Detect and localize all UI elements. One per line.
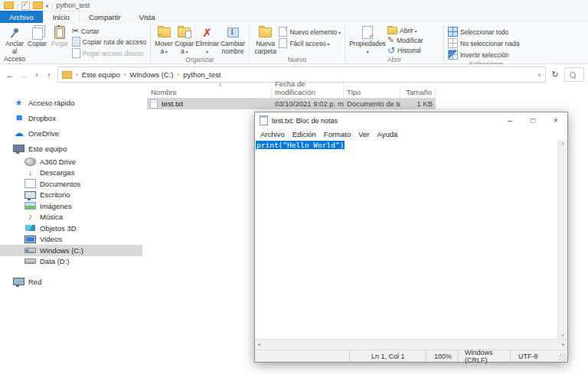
notepad-text-area[interactable]: print("Hello World") ▲ ▼ — [255, 140, 567, 339]
tab-compartir[interactable]: Compartir — [80, 11, 130, 23]
search-input[interactable] — [564, 67, 584, 82]
drive-icon — [24, 259, 36, 264]
forward-button[interactable]: → — [18, 70, 31, 80]
paste-button[interactable]: Pegar — [49, 25, 70, 47]
copy-to-icon — [178, 28, 191, 37]
scroll-down-icon[interactable]: ▼ — [561, 333, 565, 337]
menu-archivo[interactable]: Archivo — [256, 130, 289, 138]
breadcrumb-separator: › — [76, 71, 78, 78]
table-row[interactable]: test.txt 03/10/2021 9:02 p. m. Documento… — [147, 98, 436, 109]
sidebar-item-acceso-rapido[interactable]: ★ Acceso rápido — [0, 95, 142, 110]
recent-locations-icon[interactable]: ∨ — [33, 72, 41, 78]
delete-button[interactable]: ✗ Eliminar — [195, 25, 219, 55]
notepad-titlebar[interactable]: test.txt: Bloc de notas – □ × — [255, 112, 567, 128]
copy-path-button[interactable]: Copiar ruta de acceso — [72, 37, 146, 47]
label: Acceso rápido — [28, 99, 74, 107]
label: Cambiar — [220, 40, 245, 47]
breadcrumb-python-test[interactable]: python_test — [183, 70, 220, 79]
address-dropdown-icon[interactable]: ∨ — [537, 72, 541, 78]
history-button[interactable]: ↺ Historial — [387, 46, 423, 55]
sidebar-item-red[interactable]: Red — [0, 274, 142, 289]
sidebar-item-data-d[interactable]: Data (D:) — [0, 256, 142, 268]
column-header-tipo[interactable]: Tipo — [344, 88, 400, 98]
desktop-icon — [24, 191, 36, 199]
copy-to-button[interactable]: Copiar a — [175, 25, 194, 55]
properties-quick-access-icon[interactable] — [21, 2, 30, 10]
menu-ayuda[interactable]: Ayuda — [374, 130, 402, 138]
menu-edicion[interactable]: Edición — [289, 130, 320, 138]
sidebar-item-escritorio[interactable]: Escritorio — [0, 190, 142, 201]
sidebar-item-imagenes[interactable]: Imágenes — [0, 200, 142, 212]
move-to-icon: ← — [158, 28, 171, 37]
breadcrumb-este-equipo[interactable]: Este equipo — [82, 70, 120, 79]
select-all-button[interactable]: Seleccionar todo — [448, 27, 520, 37]
tab-archivo[interactable]: Archivo — [0, 11, 43, 23]
new-folder-quick-access-icon[interactable] — [33, 2, 43, 9]
label: Red — [28, 278, 41, 286]
label: Imágenes — [40, 202, 72, 210]
close-button[interactable]: × — [544, 112, 567, 128]
new-item-button[interactable]: ＋ Nuevo elemento — [279, 27, 341, 37]
properties-button[interactable]: ✓ Propiedades — [349, 25, 386, 55]
label: A360 Drive — [40, 158, 76, 166]
dropbox-icon: ◆◆◆◆ — [14, 115, 24, 120]
up-button[interactable]: ↑ — [43, 70, 55, 80]
sort-ascending-icon — [218, 82, 222, 88]
sidebar-item-dropbox[interactable]: ◆◆◆◆ Dropbox — [0, 110, 142, 125]
label: Copiar — [175, 40, 194, 47]
label: No seleccionar nada — [460, 40, 520, 47]
sidebar-item-descargas[interactable]: ↓ Descargas — [0, 167, 142, 179]
vertical-scrollbar[interactable]: ▲ ▼ — [557, 140, 567, 339]
column-header-nombre[interactable]: Nombre — [148, 88, 272, 98]
open-button[interactable]: Abrir — [387, 27, 423, 34]
copy-button[interactable]: Copiar — [27, 25, 47, 47]
sidebar-item-a360-drive[interactable]: A360 Drive — [0, 156, 142, 167]
rename-button[interactable]: Cambiar nombre — [220, 25, 245, 55]
minimize-button[interactable]: – — [498, 112, 521, 128]
pictures-icon — [24, 202, 36, 210]
cut-button[interactable]: ✂ Cortar — [72, 27, 146, 35]
label: Dropbox — [28, 114, 56, 122]
scroll-up-icon[interactable]: ▲ — [561, 141, 565, 145]
move-to-button[interactable]: ← Mover a — [155, 25, 173, 55]
search-icon — [570, 72, 576, 78]
cloud-icon: ☁ — [14, 128, 24, 138]
label: Eliminar — [195, 40, 219, 47]
new-folder-button[interactable]: Nueva carpeta — [253, 25, 277, 55]
sidebar-item-onedrive[interactable]: ☁ OneDrive — [0, 125, 142, 141]
easy-access-button[interactable]: Fácil acceso — [279, 38, 341, 48]
back-button[interactable]: ← — [4, 70, 16, 80]
tab-vista[interactable]: Vista — [130, 11, 165, 23]
sidebar-item-documentos[interactable]: Documentos — [0, 178, 142, 190]
sidebar-item-objetos-3d[interactable]: Objetos 3D — [0, 223, 142, 234]
resize-grip[interactable] — [559, 354, 567, 362]
drive-windows-icon — [24, 248, 36, 253]
column-header-tamano[interactable]: Tamaño — [400, 88, 436, 98]
invert-selection-button[interactable]: Invertir selección — [448, 50, 520, 60]
menu-formato[interactable]: Formato — [320, 130, 354, 138]
sidebar-item-este-equipo[interactable]: Este equipo — [0, 141, 142, 156]
horizontal-scrollbar[interactable]: ◀ ▶ — [255, 339, 567, 350]
select-none-button[interactable]: No seleccionar nada — [448, 38, 520, 48]
pin-icon — [9, 28, 20, 38]
sidebar-item-musica[interactable]: ♪ Música — [0, 212, 142, 223]
breadcrumb-windows-c[interactable]: Windows (C:) — [130, 70, 174, 79]
paste-shortcut-button[interactable]: Pegar acceso directo — [72, 48, 146, 58]
scroll-left-icon[interactable]: ◀ — [257, 343, 260, 346]
tab-inicio[interactable]: Inicio — [43, 11, 80, 23]
file-name: test.txt — [162, 99, 183, 108]
new-item-icon: ＋ — [279, 27, 287, 37]
notepad-icon — [260, 115, 268, 125]
refresh-icon[interactable]: ↻ — [548, 70, 562, 80]
sidebar-item-windows-c[interactable]: Windows (C:) — [0, 245, 142, 256]
file-type: Documento de tex.. — [344, 99, 400, 108]
pencil-icon: ✎ — [387, 36, 394, 44]
qat-dropdown-icon[interactable]: ▾ — [46, 3, 48, 8]
sidebar-item-videos[interactable]: Videos — [0, 234, 142, 246]
menu-ver[interactable]: Ver — [354, 130, 373, 138]
maximize-button[interactable]: □ — [521, 112, 544, 128]
edit-button[interactable]: ✎ Modificar — [387, 36, 423, 44]
column-header-fecha[interactable]: Fecha de modificación — [272, 80, 344, 98]
scroll-right-icon[interactable]: ▶ — [562, 343, 565, 346]
ribbon: Anclar al Acceso rápido Copiar Pegar ✂ C… — [0, 23, 588, 64]
